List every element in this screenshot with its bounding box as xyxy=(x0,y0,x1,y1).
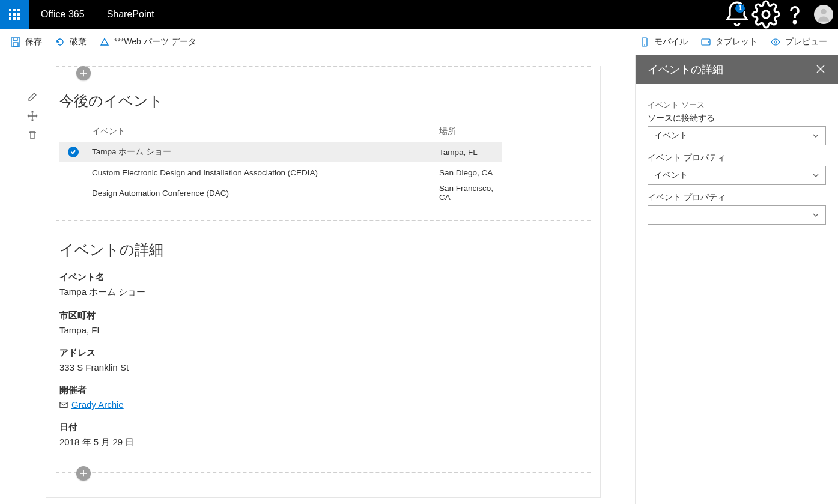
organizer-link[interactable]: Grady Archie xyxy=(71,399,124,410)
event-property-label-1: イベント プロパティ xyxy=(648,153,826,163)
address-value: 333 S Franklin St xyxy=(59,362,587,372)
property-dropdown-1[interactable]: イベント xyxy=(648,166,826,185)
event-cell: Custom Electronic Design and Installatio… xyxy=(92,168,439,177)
source-dropdown[interactable]: イベント xyxy=(648,126,826,145)
chevron-down-icon xyxy=(812,211,819,219)
chevron-down-icon xyxy=(812,172,819,179)
event-name-label: イベント名 xyxy=(59,272,587,283)
location-cell: Tampa, FL xyxy=(439,148,502,157)
save-label: 保存 xyxy=(25,37,42,47)
table-row[interactable]: Design Automation Conference (DAC) San F… xyxy=(59,183,502,203)
event-cell: Design Automation Conference (DAC) xyxy=(92,189,439,198)
property-panel: イベントの詳細 イベント ソース ソースに接続する イベント イベント プロパテ… xyxy=(635,55,838,504)
connect-source-label: ソースに接続する xyxy=(648,113,826,124)
location-cell: San Diego, CA xyxy=(439,168,502,177)
preview-button[interactable]: プレビュー xyxy=(771,37,827,47)
tablet-button[interactable]: タブレット xyxy=(701,37,758,47)
address-label: アドレス xyxy=(59,347,587,359)
settings-button[interactable] xyxy=(751,0,780,29)
row-selected-icon xyxy=(68,147,79,157)
dropdown-value: イベント xyxy=(654,130,688,141)
section-divider-top xyxy=(56,66,591,67)
gear-icon xyxy=(751,0,780,29)
plus-icon xyxy=(79,469,88,478)
svg-point-0 xyxy=(762,11,770,18)
save-button[interactable]: 保存 xyxy=(11,37,42,47)
column-event: イベント xyxy=(92,126,439,137)
dropdown-value: イベント xyxy=(654,170,688,181)
command-bar: 保存 破棄 ***Web パーツ データ モバイル タブレット プレビュー xyxy=(0,29,838,55)
avatar-icon xyxy=(814,5,833,24)
edit-webpart-button[interactable] xyxy=(27,91,38,102)
account-button[interactable] xyxy=(809,0,838,29)
panel-title: イベントの詳細 xyxy=(648,62,723,77)
event-details-title: イベントの詳細 xyxy=(59,240,587,260)
section-divider-mid xyxy=(56,220,591,221)
svg-point-8 xyxy=(709,41,709,42)
svg-point-1 xyxy=(794,21,795,23)
help-icon xyxy=(780,0,809,29)
city-value: Tampa, FL xyxy=(59,325,587,335)
chevron-down-icon xyxy=(812,132,819,139)
notification-badge: 1 xyxy=(735,4,745,13)
date-label: 日付 xyxy=(59,422,587,433)
organizer-label: 開催者 xyxy=(59,384,587,396)
svg-point-9 xyxy=(774,41,777,43)
events-table-header: イベント 場所 xyxy=(59,121,502,142)
discard-label: 破棄 xyxy=(70,37,87,47)
city-label: 市区町村 xyxy=(59,310,587,321)
table-row[interactable]: Custom Electronic Design and Installatio… xyxy=(59,162,502,183)
preview-label: プレビュー xyxy=(785,37,827,47)
waffle-icon xyxy=(9,9,20,20)
undo-icon xyxy=(55,37,65,47)
event-details-webpart: イベントの詳細 イベント名 Tampa ホーム ショー 市区町村 Tampa, … xyxy=(46,240,600,448)
mobile-icon xyxy=(640,37,649,47)
date-value: 2018 年 5 月 29 日 xyxy=(59,437,587,448)
delete-webpart-button[interactable] xyxy=(27,130,38,141)
mobile-label: モバイル xyxy=(654,37,688,47)
suite-header: Office 365 SharePoint 1 xyxy=(0,0,838,29)
tablet-label: タブレット xyxy=(715,37,758,47)
app-name: SharePoint xyxy=(107,9,154,20)
property-dropdown-2[interactable] xyxy=(648,205,826,225)
eye-icon xyxy=(771,37,780,47)
svg-rect-12 xyxy=(60,402,67,407)
webpart-toolbar xyxy=(27,91,38,141)
event-name-value: Tampa ホーム ショー xyxy=(59,287,587,298)
add-section-button-top[interactable] xyxy=(76,66,91,80)
mail-icon xyxy=(59,401,68,409)
event-property-label-2: イベント プロパティ xyxy=(648,192,826,203)
svg-point-2 xyxy=(821,9,826,14)
close-icon xyxy=(815,64,826,74)
help-button[interactable] xyxy=(780,0,809,29)
panel-header: イベントの詳細 xyxy=(636,55,838,84)
svg-rect-3 xyxy=(11,38,20,46)
events-table: イベント 場所 Tampa ホーム ショー Tampa, FL Custom E… xyxy=(59,121,502,203)
plus-icon xyxy=(79,69,88,77)
discard-button[interactable]: 破棄 xyxy=(55,37,87,47)
event-source-label: イベント ソース xyxy=(648,100,826,111)
panel-close-button[interactable] xyxy=(815,64,826,76)
upcoming-events-title: 今後のイベント xyxy=(59,91,587,111)
webpart-data-label: ***Web パーツ データ xyxy=(114,37,196,47)
notifications-button[interactable]: 1 xyxy=(723,0,751,29)
upcoming-events-webpart: 今後のイベント イベント 場所 Tampa ホーム ショー Tampa, FL … xyxy=(46,91,600,203)
section-divider-bottom xyxy=(56,472,591,473)
triangle-icon xyxy=(100,37,109,47)
tablet-icon xyxy=(701,37,711,47)
app-launcher-button[interactable] xyxy=(0,0,29,29)
event-cell: Tampa ホーム ショー xyxy=(92,147,439,157)
webpart-data-button[interactable]: ***Web パーツ データ xyxy=(100,37,196,47)
move-webpart-button[interactable] xyxy=(27,111,38,121)
save-icon xyxy=(11,37,20,47)
svg-rect-4 xyxy=(13,43,18,46)
page-canvas: 今後のイベント イベント 場所 Tampa ホーム ショー Tampa, FL … xyxy=(46,66,601,498)
brand-label: Office 365 xyxy=(41,9,85,20)
header-divider xyxy=(96,6,96,23)
column-location: 場所 xyxy=(439,126,502,137)
add-section-button-bottom[interactable] xyxy=(76,466,91,481)
mobile-button[interactable]: モバイル xyxy=(640,37,688,47)
table-row[interactable]: Tampa ホーム ショー Tampa, FL xyxy=(59,142,502,162)
location-cell: San Francisco, CA xyxy=(439,184,502,202)
